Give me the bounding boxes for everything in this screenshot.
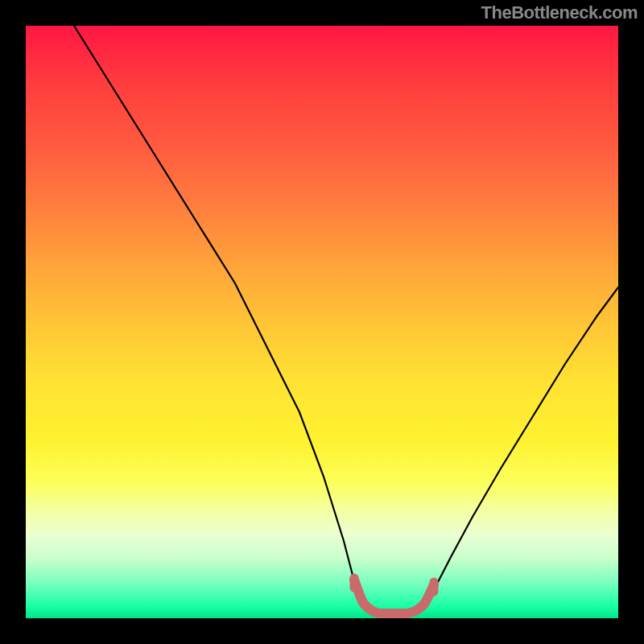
chart-frame: TheBottleneck.com (0, 0, 644, 644)
plot-area (26, 26, 618, 618)
bottleneck-curve-svg (26, 26, 618, 618)
bottleneck-curve-path (74, 26, 618, 613)
watermark-text: TheBottleneck.com (481, 2, 638, 23)
optimal-zone-marker (354, 580, 434, 613)
